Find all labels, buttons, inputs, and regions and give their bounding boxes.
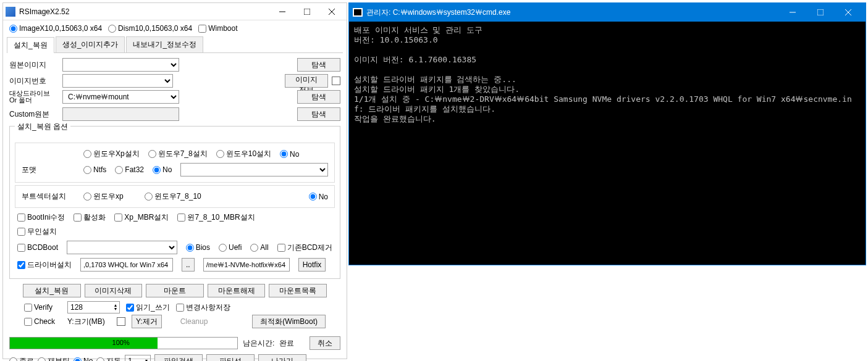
browse-source-button[interactable]: 탐색 bbox=[297, 58, 340, 72]
source-image-label: 원본이미지 bbox=[9, 60, 59, 70]
remaining-value: 완료 bbox=[279, 338, 294, 349]
readwrite-check[interactable]: 읽기_쓰기 bbox=[126, 302, 170, 313]
activate-check[interactable]: 활성화 bbox=[74, 212, 106, 223]
driver-path2-field[interactable]: /me￦1-NVMe-hotfix￦x64 bbox=[203, 258, 290, 272]
mode-dism-radio[interactable]: Dism10,0,15063,0 x64 bbox=[108, 24, 192, 33]
bootini-check[interactable]: BootIni수정 bbox=[17, 212, 65, 223]
format-combo[interactable] bbox=[180, 163, 328, 176]
cmd-window: 관리자: C:￦windows￦system32￦cmd.exe 배포 이미지 … bbox=[348, 2, 866, 265]
file-search-button[interactable]: 파일검색 bbox=[154, 354, 203, 361]
source-image-combo[interactable] bbox=[62, 58, 179, 72]
unknown-checkbox[interactable] bbox=[332, 77, 340, 85]
svg-rect-5 bbox=[817, 9, 824, 15]
wimboot-check[interactable]: Wimboot bbox=[198, 24, 237, 33]
maximize-button[interactable] bbox=[295, 4, 319, 20]
tab-export-edit[interactable]: 내보내기_정보수정 bbox=[126, 36, 203, 52]
bcd-uefi-radio[interactable]: Uefi bbox=[219, 243, 242, 252]
win7mbr-check[interactable]: 윈7_8_10_MBR설치 bbox=[177, 212, 255, 223]
os-win10-radio[interactable]: 윈도우10설치 bbox=[216, 149, 271, 159]
close-button[interactable] bbox=[319, 4, 344, 20]
image-index-label: 이미지번호 bbox=[9, 76, 59, 86]
custom-source-field[interactable] bbox=[62, 107, 179, 121]
unmount-button[interactable]: 마운트해제 bbox=[208, 284, 266, 297]
mount-list-button[interactable]: 마운트목록 bbox=[269, 284, 327, 297]
browse-target-button[interactable]: 탐색 bbox=[297, 90, 340, 104]
remaining-label: 남은시간: bbox=[243, 338, 274, 349]
ysize-label: Y:크기(MB) bbox=[67, 317, 111, 327]
bcdboot-check[interactable]: BCDBoot bbox=[17, 243, 58, 252]
mode-imagex-radio[interactable]: ImageX10,0,15063,0 x64 bbox=[9, 24, 102, 33]
end-shutdown-radio[interactable]: 종료 bbox=[9, 356, 34, 362]
image-info-button[interactable]: 이미지정보 bbox=[285, 74, 328, 88]
unattend-check[interactable]: 무인설치 bbox=[17, 226, 57, 237]
browse-custom-button[interactable]: 탐색 bbox=[297, 107, 340, 121]
xpmbr-check[interactable]: Xp_MBR설치 bbox=[114, 212, 169, 223]
fmt-ntfs-radio[interactable]: Ntfs bbox=[83, 165, 106, 174]
optimize-wimboot-button[interactable]: 최적화(WimBoot) bbox=[252, 315, 326, 328]
os-xp-radio[interactable]: 윈도우Xp설치 bbox=[83, 149, 140, 159]
target-drive-combo[interactable]: C:￦nvme￦mount bbox=[62, 90, 179, 104]
window-title: RSImageX2.52 bbox=[19, 7, 270, 16]
save-changes-check[interactable]: 변경사항저장 bbox=[176, 302, 230, 313]
check-check[interactable]: Check bbox=[24, 317, 61, 326]
svg-rect-1 bbox=[304, 9, 310, 15]
cmd-icon bbox=[353, 8, 363, 17]
os-win78-radio[interactable]: 윈도우7_8설치 bbox=[148, 149, 208, 159]
titlebar: RSImageX2.52 bbox=[3, 3, 347, 20]
boot-no-radio[interactable]: No bbox=[309, 193, 328, 201]
bootsector-label: 부트섹터설치 bbox=[22, 191, 75, 202]
end-spin[interactable]: 1▾ bbox=[125, 355, 151, 361]
image-index-combo[interactable] bbox=[62, 74, 173, 88]
end-reboot-radio[interactable]: 재부팅 bbox=[38, 356, 70, 362]
driver-path1-field[interactable]: ,0,1703 WHQL for Win7 x64 bbox=[80, 258, 173, 272]
partition-button[interactable]: 파티션 bbox=[206, 354, 255, 361]
custom-source-label: Custom원본 bbox=[9, 109, 59, 120]
ysize-box[interactable] bbox=[117, 317, 125, 326]
tab-create-append[interactable]: 생성_이미지추가 bbox=[56, 36, 125, 52]
driver-install-check[interactable]: 드라이버설치 bbox=[17, 260, 72, 270]
cmd-maximize-button[interactable] bbox=[806, 3, 834, 22]
cmd-titlebar: 관리자: C:￦windows￦system32￦cmd.exe bbox=[349, 3, 866, 22]
boot-xp-radio[interactable]: 윈도우xp bbox=[83, 191, 124, 202]
boot-win7810-radio[interactable]: 윈도우7_8_10 bbox=[145, 191, 201, 202]
hotfix-button[interactable]: Hotfix bbox=[298, 258, 326, 272]
fmt-fat32-radio[interactable]: Fat32 bbox=[115, 165, 144, 174]
end-auto-radio[interactable]: 자동 bbox=[96, 356, 121, 362]
minimize-button[interactable] bbox=[270, 4, 295, 20]
tab-install-restore[interactable]: 설치_복원 bbox=[7, 37, 54, 53]
bcdboot-combo[interactable] bbox=[67, 241, 177, 254]
mount-button[interactable]: 마운트 bbox=[146, 284, 204, 297]
driver-browse-button[interactable]: .. bbox=[182, 258, 195, 272]
format-label: 포맷 bbox=[22, 165, 75, 175]
cmd-title: 관리자: C:￦windows￦system32￦cmd.exe bbox=[366, 7, 778, 18]
bcd-remove-check[interactable]: 기존BCD제거 bbox=[277, 243, 332, 253]
cleanup-label: Cleanup bbox=[180, 317, 208, 326]
options-legend: 설치_복원 옵션 bbox=[15, 122, 70, 132]
verify-check[interactable]: Verify bbox=[24, 303, 61, 312]
bcd-all-radio[interactable]: All bbox=[250, 243, 268, 252]
os-no-radio[interactable]: No bbox=[280, 150, 299, 159]
progress-bar: 100% bbox=[9, 337, 238, 349]
fmt-no-radio[interactable]: No bbox=[153, 165, 172, 174]
target-drive-label: 대상드라이브 Or 폴더 bbox=[9, 90, 59, 104]
cmd-minimize-button[interactable] bbox=[778, 3, 806, 22]
size-spinbox[interactable]: 128▴▾ bbox=[67, 301, 120, 313]
tabs: 설치_복원 생성_이미지추가 내보내기_정보수정 bbox=[7, 36, 343, 53]
bcd-bios-radio[interactable]: Bios bbox=[186, 243, 210, 252]
exit-button[interactable]: 나가기 bbox=[258, 354, 306, 361]
install-restore-options-group: 설치_복원 옵션 윈도우Xp설치 윈도우7_8설치 윈도우10설치 No 포맷 … bbox=[9, 126, 340, 279]
install-restore-button[interactable]: 설치_복원 bbox=[23, 284, 81, 297]
end-no-radio[interactable]: No bbox=[74, 357, 93, 361]
rsimagex-window: RSImageX2.52 ImageX10,0,15063,0 x64 Dism… bbox=[2, 2, 347, 359]
app-icon bbox=[6, 7, 15, 17]
console-output: 배포 이미지 서비스 및 관리 도구 버전: 10.0.15063.0 이미지 … bbox=[349, 22, 866, 128]
y-remove-button[interactable]: Y:제거 bbox=[132, 315, 162, 328]
delete-image-button[interactable]: 이미지삭제 bbox=[85, 284, 143, 297]
cmd-close-button[interactable] bbox=[834, 3, 862, 22]
cancel-button[interactable]: 취소 bbox=[310, 336, 340, 350]
